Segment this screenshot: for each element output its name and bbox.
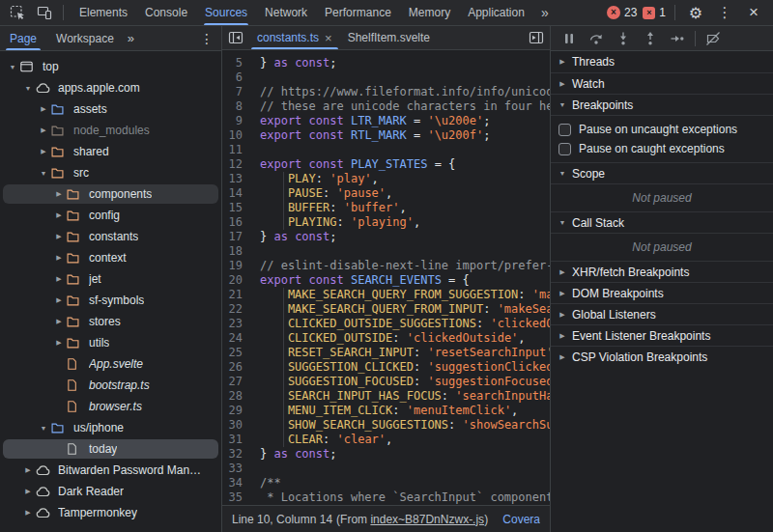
- line-content: [251, 70, 550, 85]
- tree-expand-arrow-icon[interactable]: ▶: [37, 105, 50, 113]
- section-breakpoints[interactable]: ▼Breakpoints: [551, 94, 773, 115]
- tree-item-bitwarden-password-man-[interactable]: ▶Bitwarden Password Man…: [0, 460, 221, 481]
- checkbox-pause-on-caught-exceptions[interactable]: Pause on caught exceptions: [551, 139, 773, 158]
- panel-tab-sources[interactable]: Sources: [196, 0, 256, 25]
- tree-item-src[interactable]: ▼src: [0, 162, 221, 183]
- section-content: Not paused: [551, 233, 773, 261]
- tree-item-stores[interactable]: ▶stores: [0, 311, 221, 332]
- tree-item-jet[interactable]: ▶jet: [0, 268, 221, 290]
- section-watch[interactable]: ▶Watch: [551, 72, 773, 94]
- panel-tab-application[interactable]: Application: [459, 0, 533, 25]
- step-into-icon[interactable]: [611, 28, 636, 49]
- tree-item-shared[interactable]: ▶shared: [0, 141, 221, 162]
- section-title: Global Listeners: [572, 308, 656, 322]
- device-toolbar-icon[interactable]: [33, 2, 56, 23]
- pause-script-icon[interactable]: [557, 28, 582, 49]
- tree-item-components[interactable]: ▶components: [0, 183, 221, 205]
- navigator-menu-icon[interactable]: ⋮: [192, 31, 221, 46]
- section-title: Breakpoints: [572, 98, 633, 112]
- close-devtools-icon[interactable]: ×: [742, 2, 765, 23]
- more-navigator-tabs-button[interactable]: »: [124, 31, 138, 45]
- deactivate-breakpoints-icon[interactable]: [701, 28, 726, 49]
- tree-item-context[interactable]: ▶context: [0, 247, 221, 268]
- tab-page[interactable]: Page: [0, 26, 46, 50]
- line-content: MAKE_SEARCH_QUERY_FROM_SUGGESTION: 'make…: [251, 288, 550, 302]
- tree-expand-arrow-icon[interactable]: ▶: [52, 254, 66, 262]
- step-out-icon[interactable]: [638, 28, 663, 49]
- tree-expand-arrow-icon[interactable]: ▶: [21, 488, 35, 495]
- tree-collapse-arrow-icon[interactable]: ▼: [21, 85, 35, 92]
- tree-item-sf-symbols[interactable]: ▶sf-symbols: [0, 290, 221, 311]
- coverage-link[interactable]: Covera: [502, 513, 540, 526]
- section-event-listener-breakpoints[interactable]: ▶Event Listener Breakpoints: [551, 324, 773, 346]
- section-title: CSP Violation Breakpoints: [572, 350, 707, 364]
- section-title: Call Stack: [572, 216, 624, 230]
- section-xhr-fetch-breakpoints[interactable]: ▶XHR/fetch Breakpoints: [551, 261, 773, 282]
- line-number: 33: [222, 462, 251, 476]
- code-view[interactable]: 5} as const;67// https://www.fileformat.…: [222, 50, 550, 505]
- tree-expand-arrow-icon[interactable]: ▶: [21, 509, 35, 517]
- tree-expand-arrow-icon[interactable]: ▶: [52, 190, 66, 198]
- step-over-icon[interactable]: [584, 28, 609, 49]
- section-dom-breakpoints[interactable]: ▶DOM Breakpoints: [551, 282, 773, 303]
- panel-tab-memory[interactable]: Memory: [400, 0, 459, 25]
- editor-tab-shelfitem-svelte[interactable]: ShelfItem.svelte: [340, 26, 438, 49]
- tree-collapse-arrow-icon[interactable]: ▼: [37, 425, 50, 432]
- line-content: CLEAR: 'clear',: [251, 433, 550, 447]
- checkbox-pause-on-uncaught-exceptions[interactable]: Pause on uncaught exceptions: [551, 120, 773, 139]
- step-icon[interactable]: [665, 28, 690, 49]
- console-errors-badge[interactable]: × 23: [607, 6, 637, 19]
- checkbox-icon[interactable]: [558, 143, 571, 155]
- tree-expand-arrow-icon[interactable]: ▶: [21, 466, 35, 474]
- section-call-stack[interactable]: ▼Call Stack: [551, 211, 773, 233]
- tree-item-bootstrap-ts[interactable]: bootstrap.ts: [0, 375, 221, 396]
- tree-expand-arrow-icon[interactable]: ▶: [52, 318, 66, 325]
- cloud-icon: [35, 485, 52, 498]
- panel-tab-elements[interactable]: Elements: [71, 0, 136, 25]
- section-csp-violation-breakpoints[interactable]: ▶CSP Violation Breakpoints: [551, 346, 773, 367]
- section-threads[interactable]: ▶Threads: [551, 51, 773, 72]
- line-number: 10: [222, 128, 251, 143]
- tree-expand-arrow-icon[interactable]: ▶: [52, 339, 66, 347]
- settings-gear-icon[interactable]: ⚙: [684, 2, 707, 23]
- close-tab-icon[interactable]: ×: [325, 31, 332, 45]
- tree-expand-arrow-icon[interactable]: ▶: [52, 296, 66, 304]
- show-debugger-panel-icon[interactable]: [523, 30, 550, 45]
- tree-expand-arrow-icon[interactable]: ▶: [52, 275, 66, 283]
- tree-expand-arrow-icon[interactable]: ▶: [52, 233, 66, 240]
- tree-collapse-arrow-icon[interactable]: ▼: [37, 170, 50, 177]
- issues-badge[interactable]: × 1: [643, 6, 666, 19]
- tree-expand-arrow-icon[interactable]: ▶: [37, 126, 50, 134]
- tree-item-tampermonkey[interactable]: ▶Tampermonkey: [0, 502, 221, 523]
- folder-icon: [50, 166, 68, 180]
- tree-item-constants[interactable]: ▶constants: [0, 226, 221, 247]
- tree-item-config[interactable]: ▶config: [0, 205, 221, 226]
- tree-item-utils[interactable]: ▶utils: [0, 332, 221, 353]
- source-map-link[interactable]: index~B87DnNzwx-.js: [370, 513, 484, 526]
- panel-tab-performance[interactable]: Performance: [316, 0, 400, 25]
- tree-item-assets[interactable]: ▶assets: [0, 98, 221, 120]
- tree-expand-arrow-icon[interactable]: ▶: [52, 211, 66, 219]
- section-scope[interactable]: ▼Scope: [551, 162, 773, 183]
- tree-item-app-svelte[interactable]: App.svelte: [0, 353, 221, 375]
- more-panels-button[interactable]: »: [533, 5, 557, 20]
- tree-collapse-arrow-icon[interactable]: ▼: [6, 64, 19, 70]
- tree-item-node-modules[interactable]: ▶node_modules: [0, 120, 221, 141]
- tree-item-browser-ts[interactable]: browser.ts: [0, 396, 221, 417]
- hide-navigator-icon[interactable]: [222, 30, 249, 45]
- more-options-icon[interactable]: ⋮: [713, 2, 736, 23]
- tree-item-today[interactable]: today: [0, 438, 221, 460]
- tree-item-dark-reader[interactable]: ▶Dark Reader: [0, 481, 221, 502]
- panel-tab-console[interactable]: Console: [136, 0, 196, 25]
- tree-expand-arrow-icon[interactable]: ▶: [37, 148, 50, 155]
- tree-item-us-iphone[interactable]: ▼us/iphone: [0, 417, 221, 438]
- tree-item-apps-apple-com[interactable]: ▼apps.apple.com: [0, 77, 221, 98]
- tab-workspace[interactable]: Workspace: [46, 26, 124, 50]
- editor-tab-constants-ts[interactable]: constants.ts×: [249, 26, 340, 49]
- panel-tab-network[interactable]: Network: [256, 0, 316, 25]
- checkbox-icon[interactable]: [558, 124, 571, 136]
- tree-item-top[interactable]: ▼top: [0, 56, 221, 77]
- inspect-element-icon[interactable]: [6, 2, 29, 23]
- folder-icon: [66, 209, 83, 222]
- section-global-listeners[interactable]: ▶Global Listeners: [551, 303, 773, 324]
